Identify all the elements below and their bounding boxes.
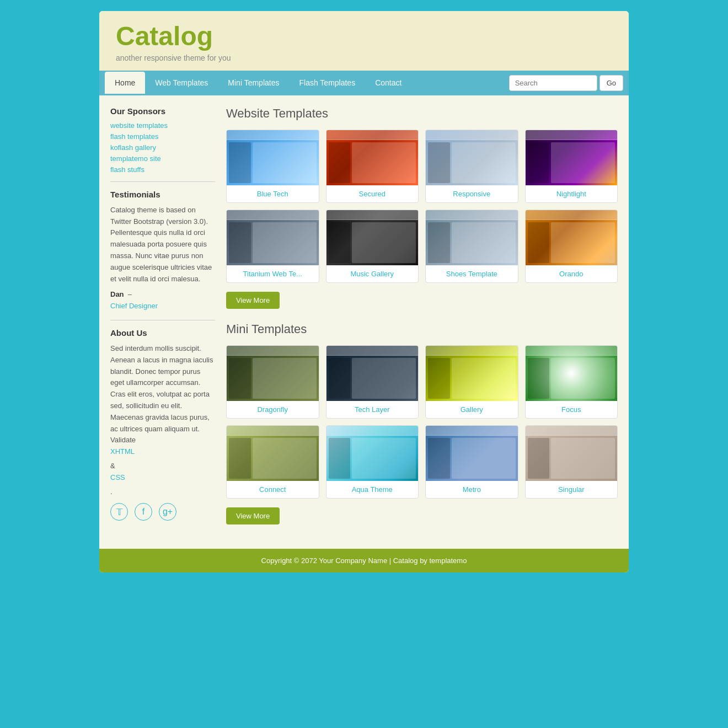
template-card[interactable]: Responsive (425, 130, 518, 203)
template-name: Singular (526, 481, 618, 498)
template-card[interactable]: Connect (226, 425, 319, 499)
sidebar-divider-1 (110, 181, 215, 182)
site-header: Catalog another responsive theme for you (99, 11, 629, 71)
template-card[interactable]: Metro (425, 425, 518, 499)
mini-templates-grid: DragonflyTech LayerGalleryFocusConnectAq… (226, 345, 618, 499)
sponsor-link-3[interactable]: koflash gallery (110, 143, 215, 152)
template-card[interactable]: Shoes Template (425, 210, 518, 283)
template-card[interactable]: Gallery (425, 345, 518, 419)
website-templates-grid: Blue TechSecuredResponsiveNightlightTita… (226, 130, 618, 283)
template-thumb (526, 426, 618, 481)
testimonials-title: Testimonials (110, 190, 215, 199)
template-thumb (526, 210, 618, 265)
template-name: Orando (526, 265, 618, 282)
template-card[interactable]: Nightlight (525, 130, 618, 203)
website-templates-title: Website Templates (226, 106, 618, 121)
about-text: Sed interdum mollis suscipit. Aenean a l… (110, 343, 215, 497)
main-content: Website Templates Blue TechSecuredRespon… (226, 106, 618, 538)
sponsor-link-2[interactable]: flash templates (110, 132, 215, 141)
template-name: Responsive (426, 185, 518, 202)
social-icons: 𝕋 f g+ (110, 503, 215, 521)
template-name: Nightlight (526, 185, 618, 202)
template-name: Secured (326, 185, 419, 202)
sponsor-link-4[interactable]: templatemo site (110, 154, 215, 163)
testimonials-text: Catalog theme is based on Twitter Bootst… (110, 205, 215, 285)
template-name: Focus (526, 401, 618, 418)
template-card[interactable]: Titanium Web Te... (226, 210, 319, 283)
template-name: Gallery (426, 401, 518, 418)
view-more-website[interactable]: View More (226, 292, 280, 309)
nav-web-templates[interactable]: Web Templates (145, 72, 218, 94)
template-name: Shoes Template (426, 265, 518, 282)
search-box: Go (509, 71, 623, 95)
template-thumb (326, 210, 419, 265)
template-card[interactable]: Orando (525, 210, 618, 283)
css-link[interactable]: CSS (110, 472, 215, 484)
template-thumb (227, 426, 319, 481)
template-card[interactable]: Blue Tech (226, 130, 319, 203)
template-thumb (526, 346, 618, 401)
sidebar-divider-2 (110, 320, 215, 320)
author-role[interactable]: Chief Designer (110, 301, 215, 312)
about-title: About Us (110, 328, 215, 338)
sponsor-link-5[interactable]: flash stuffs (110, 165, 215, 174)
template-card[interactable]: Secured (326, 130, 419, 203)
template-thumb (227, 210, 319, 265)
twitter-icon[interactable]: 𝕋 (110, 503, 128, 521)
template-thumb (426, 130, 518, 185)
template-thumb (227, 346, 319, 401)
template-thumb (227, 130, 319, 185)
xhtml-link[interactable]: XHTML (110, 446, 215, 458)
template-card[interactable]: Music Gallery (326, 210, 419, 283)
author-name: Dan (110, 290, 124, 298)
navbar: Home Web Templates Mini Templates Flash … (99, 71, 629, 95)
nav-flash-templates[interactable]: Flash Templates (289, 72, 365, 94)
template-name: Connect (227, 481, 319, 498)
search-button[interactable]: Go (599, 75, 623, 91)
mini-templates-title: Mini Templates (226, 322, 618, 336)
template-thumb (426, 346, 518, 401)
template-thumb (526, 130, 618, 185)
sidebar: Our Sponsors website templates flash tem… (110, 106, 215, 538)
nav-home[interactable]: Home (105, 72, 145, 94)
template-name: Dragonfly (227, 401, 319, 418)
template-thumb (426, 210, 518, 265)
sponsor-link-1[interactable]: website templates (110, 121, 215, 130)
template-thumb (326, 426, 419, 481)
template-card[interactable]: Dragonfly (226, 345, 319, 419)
template-name: Music Gallery (326, 265, 419, 282)
view-more-mini[interactable]: View More (226, 507, 280, 524)
template-name: Metro (426, 481, 518, 498)
nav-mini-templates[interactable]: Mini Templates (218, 72, 289, 94)
template-thumb (426, 426, 518, 481)
footer-text: Copyright © 2072 Your Company Name | Cat… (261, 556, 467, 565)
template-name: Titanium Web Te... (227, 265, 319, 282)
template-thumb (326, 130, 419, 185)
template-card[interactable]: Tech Layer (326, 345, 419, 419)
site-subtitle: another responsive theme for you (116, 53, 612, 62)
template-card[interactable]: Focus (525, 345, 618, 419)
googleplus-icon[interactable]: g+ (159, 503, 176, 521)
footer: Copyright © 2072 Your Company Name | Cat… (99, 549, 629, 572)
template-name: Tech Layer (326, 401, 419, 418)
template-thumb (326, 346, 419, 401)
nav-contact[interactable]: Contact (365, 72, 411, 94)
author-line: Dan – Chief Designer (110, 289, 215, 312)
template-card[interactable]: Aqua Theme (326, 425, 419, 499)
search-input[interactable] (509, 75, 597, 91)
sponsors-title: Our Sponsors (110, 106, 215, 116)
facebook-icon[interactable]: f (135, 503, 152, 521)
site-title: Catalog (116, 22, 612, 51)
template-name: Aqua Theme (326, 481, 419, 498)
body-layout: Our Sponsors website templates flash tem… (99, 95, 629, 549)
template-card[interactable]: Singular (525, 425, 618, 499)
template-name: Blue Tech (227, 185, 319, 202)
